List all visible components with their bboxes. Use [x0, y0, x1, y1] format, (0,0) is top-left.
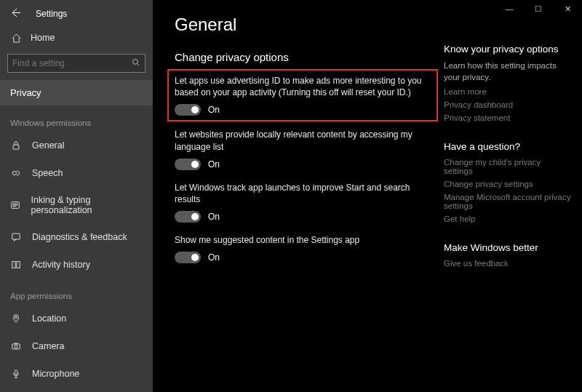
- inking-icon: [10, 199, 20, 211]
- svg-rect-10: [15, 370, 17, 375]
- toggle-state: On: [208, 159, 220, 169]
- nav-camera[interactable]: Camera: [0, 332, 153, 360]
- nav-label: Diagnostics & feedback: [32, 232, 127, 242]
- nav-label: Microphone: [32, 369, 79, 379]
- main-area: — ☐ ✕ General Change privacy options Let…: [153, 0, 582, 392]
- microphone-icon: [10, 368, 22, 380]
- link-change-privacy[interactable]: Change privacy settings: [444, 180, 572, 188]
- side-heading-question: Have a question?: [444, 141, 572, 152]
- svg-rect-4: [12, 233, 20, 239]
- side-heading-know: Know your privacy options: [444, 44, 572, 55]
- side-heading-better: Make Windows better: [444, 242, 572, 253]
- search-box[interactable]: [7, 54, 146, 73]
- feedback-icon: [10, 231, 22, 243]
- nav-notifications[interactable]: Notifications: [0, 388, 153, 392]
- setting-app-launches: Let Windows track app launches to improv…: [175, 182, 422, 223]
- svg-rect-5: [12, 262, 15, 268]
- toggle-state: On: [208, 105, 220, 115]
- link-privacy-dashboard[interactable]: Privacy dashboard: [444, 100, 572, 109]
- svg-point-9: [15, 345, 17, 348]
- nav-activity-history[interactable]: Activity history: [0, 251, 153, 279]
- nav-speech[interactable]: Speech: [0, 159, 153, 187]
- svg-rect-1: [13, 145, 19, 149]
- toggle-state: On: [208, 252, 220, 263]
- nav-label: Inking & typing personalization: [31, 195, 143, 215]
- toggle-language-list[interactable]: [175, 159, 201, 170]
- close-button[interactable]: ✕: [553, 0, 582, 17]
- link-get-help[interactable]: Get help: [444, 215, 572, 223]
- back-button[interactable]: [7, 6, 24, 22]
- nav-diagnostics[interactable]: Diagnostics & feedback: [0, 223, 153, 251]
- setting-suggested-content: Show me suggested content in the Setting…: [175, 234, 422, 263]
- setting-desc: Let apps use advertising ID to make ads …: [175, 75, 431, 98]
- setting-desc: Show me suggested content in the Setting…: [175, 234, 422, 246]
- subsection-title: Change privacy options: [175, 51, 422, 63]
- minimize-button[interactable]: —: [495, 0, 524, 17]
- link-privacy-statement[interactable]: Privacy statement: [444, 113, 572, 122]
- nav-general[interactable]: General: [0, 132, 153, 159]
- nav-label: Location: [32, 313, 66, 324]
- svg-point-2: [12, 171, 16, 175]
- setting-advertising-id: Let apps use advertising ID to make ads …: [167, 69, 438, 121]
- search-icon: [132, 58, 140, 69]
- setting-desc: Let websites provide locally relevant co…: [175, 129, 422, 152]
- link-feedback[interactable]: Give us feedback: [444, 259, 572, 268]
- window-title: Settings: [36, 9, 67, 19]
- lock-icon: [10, 140, 22, 151]
- history-icon: [10, 259, 22, 271]
- nav-label: Camera: [32, 341, 64, 351]
- window-controls: — ☐ ✕: [495, 0, 582, 17]
- maximize-button[interactable]: ☐: [524, 0, 553, 17]
- home-label: Home: [31, 33, 55, 43]
- nav-label: Speech: [32, 168, 63, 178]
- nav-label: Activity history: [32, 260, 90, 270]
- toggle-advertising-id[interactable]: [175, 104, 201, 116]
- speech-icon: [10, 167, 22, 179]
- content-column: General Change privacy options Let apps …: [153, 0, 444, 392]
- setting-language-list: Let websites provide locally relevant co…: [175, 129, 422, 169]
- home-nav[interactable]: Home: [0, 23, 153, 52]
- nav-location[interactable]: Location: [0, 305, 153, 332]
- svg-rect-6: [17, 262, 20, 268]
- section-app-permissions: App permissions: [0, 279, 153, 305]
- location-icon: [10, 313, 22, 324]
- link-learn-more[interactable]: Learn more: [444, 87, 572, 96]
- setting-desc: Let Windows track app launches to improv…: [175, 182, 422, 205]
- svg-point-7: [15, 316, 17, 319]
- svg-point-0: [133, 59, 138, 64]
- side-column: Know your privacy options Learn how this…: [444, 0, 582, 392]
- section-windows-permissions: Windows permissions: [0, 105, 153, 132]
- toggle-suggested-content[interactable]: [175, 252, 201, 263]
- sidebar: Settings Home Privacy Windows permission…: [0, 0, 153, 392]
- link-child-privacy[interactable]: Change my child's privacy settings: [444, 158, 572, 175]
- toggle-state: On: [208, 212, 220, 222]
- toggle-app-launches[interactable]: [175, 211, 201, 223]
- side-text: Learn how this setting impacts your priv…: [444, 60, 572, 83]
- nav-inking[interactable]: Inking & typing personalization: [0, 187, 153, 223]
- search-input[interactable]: [12, 58, 132, 68]
- camera-icon: [10, 340, 22, 352]
- nav-label: General: [32, 140, 64, 151]
- nav-microphone[interactable]: Microphone: [0, 360, 153, 388]
- home-icon: [10, 32, 22, 44]
- current-page-label: Privacy: [0, 80, 153, 105]
- link-ms-account-privacy[interactable]: Manage Microsoft account privacy setting…: [444, 193, 572, 210]
- page-title: General: [175, 15, 422, 35]
